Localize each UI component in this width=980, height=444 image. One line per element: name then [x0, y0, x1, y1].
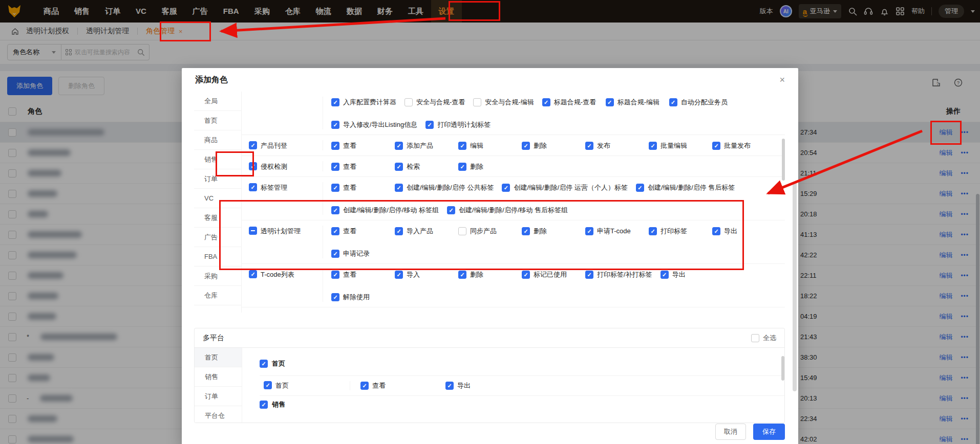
permission-item[interactable]: 打印标签/补打标签 — [585, 270, 652, 279]
permission-checkbox[interactable] — [458, 271, 466, 279]
permission-item[interactable]: 检索 — [395, 162, 450, 171]
permission-item[interactable]: 解除使用 — [331, 293, 387, 302]
permission-checkbox[interactable] — [585, 142, 593, 150]
permission-checkbox[interactable] — [661, 271, 669, 279]
annotation-box-edit-link — [930, 121, 962, 145]
dialog-scrollbar[interactable] — [793, 182, 797, 391]
permission-checkbox[interactable] — [395, 184, 403, 192]
permission-item[interactable]: 自动分配业务员 — [669, 98, 728, 107]
permission-item[interactable]: 查看 — [331, 270, 387, 279]
select-all-toggle[interactable]: 全选 — [751, 334, 776, 343]
perm-menu-首页[interactable]: 首页 — [194, 111, 241, 130]
permission-checkbox[interactable] — [712, 142, 720, 150]
permission-item[interactable]: 导入修改/导出Listing信息 — [331, 120, 417, 129]
annotation-box-sales-menu — [216, 151, 254, 176]
permission-item[interactable]: 批量发布 — [712, 141, 768, 150]
mp-menu-首页[interactable]: 首页 — [195, 348, 242, 367]
group-label: 首页 — [272, 359, 285, 368]
permission-checkbox[interactable] — [445, 382, 454, 390]
permission-checkbox[interactable] — [360, 382, 369, 390]
mp-menu-平台仓[interactable]: 平台仓 — [195, 406, 242, 423]
cancel-button[interactable]: 取消 — [715, 424, 746, 440]
permission-item[interactable]: 安全与合规-编辑 — [473, 98, 534, 107]
permission-checkbox[interactable] — [502, 184, 510, 192]
perm-menu-商品[interactable]: 商品 — [194, 130, 241, 150]
permission-checkbox[interactable] — [606, 98, 614, 106]
permission-label: 导出 — [457, 381, 471, 390]
permission-item[interactable]: 查看 — [360, 381, 437, 390]
module-checkbox[interactable] — [264, 381, 272, 389]
permission-item[interactable]: 导出 — [661, 270, 716, 279]
module-checkbox[interactable] — [249, 183, 257, 191]
permission-item[interactable]: 标记已使用 — [522, 270, 577, 279]
permission-checkbox[interactable] — [395, 163, 403, 171]
permission-item[interactable]: 添加产品 — [395, 141, 450, 150]
module-checkbox[interactable] — [249, 270, 257, 278]
mp-menu-销售[interactable]: 销售 — [195, 367, 242, 387]
permission-list: 查看导入删除标记已使用打印标签/补打标签导出解除使用 — [323, 269, 785, 302]
permission-row: T-code列表查看导入删除标记已使用打印标签/补打标签导出解除使用 — [242, 264, 785, 307]
permission-checkbox[interactable] — [395, 142, 403, 150]
mp-menu-订单[interactable]: 订单 — [195, 387, 242, 406]
permission-checkbox[interactable] — [331, 98, 339, 106]
save-button[interactable]: 保存 — [753, 424, 785, 440]
mp-permission-row: 首页查看导出 — [260, 375, 784, 396]
module-checkbox[interactable] — [249, 141, 257, 149]
permission-checkbox[interactable] — [331, 184, 339, 192]
permission-item[interactable]: 查看 — [331, 162, 387, 171]
permission-checkbox[interactable] — [649, 142, 657, 150]
permission-checkbox[interactable] — [636, 184, 644, 192]
permission-checkbox[interactable] — [331, 121, 339, 129]
permission-checkbox[interactable] — [473, 98, 481, 106]
permission-label: 删除 — [470, 162, 483, 171]
section-scrollbar[interactable] — [781, 356, 784, 381]
permission-item[interactable]: 删除 — [458, 270, 514, 279]
select-all-label: 全选 — [763, 334, 776, 343]
permission-checkbox[interactable] — [458, 163, 466, 171]
permission-checkbox[interactable] — [669, 98, 677, 106]
permission-item[interactable]: 删除 — [522, 141, 577, 150]
section-scrollbar[interactable] — [782, 139, 785, 181]
permission-label: 入库配置费计算器 — [343, 98, 396, 107]
perm-menu-全局[interactable]: 全局 — [194, 92, 241, 111]
permission-checkbox[interactable] — [331, 271, 339, 279]
permission-item[interactable]: 标题合规-查看 — [542, 98, 598, 107]
permission-item[interactable]: 入库配置费计算器 — [331, 98, 396, 107]
permission-checkbox[interactable] — [425, 121, 434, 129]
permission-item[interactable]: 查看 — [331, 141, 387, 150]
select-all-checkbox[interactable] — [751, 334, 759, 342]
permission-item[interactable]: 删除 — [458, 162, 514, 171]
permission-item[interactable]: 导入 — [395, 270, 450, 279]
permission-checkbox[interactable] — [404, 98, 413, 106]
permission-item[interactable]: 标题合规-编辑 — [606, 98, 661, 107]
group-checkbox[interactable] — [260, 401, 268, 409]
permission-item[interactable]: 创建/编辑/删除/启停 运营（个人）标签 — [502, 183, 627, 192]
permission-checkbox[interactable] — [395, 271, 403, 279]
permission-list: 查看添加产品编辑删除发布批量编辑批量发布 — [323, 140, 785, 150]
permission-item[interactable]: 导出 — [445, 381, 522, 390]
permission-item[interactable]: 查看 — [331, 183, 387, 192]
permission-checkbox[interactable] — [331, 142, 339, 150]
permission-item[interactable]: 安全与合规-查看 — [404, 98, 465, 107]
module-cell: 首页 — [260, 381, 350, 390]
permission-item[interactable]: 发布 — [585, 141, 641, 150]
module-label: 标签管理 — [261, 183, 287, 192]
permission-item[interactable]: 创建/编辑/删除/启停 售后标签 — [636, 183, 735, 192]
group-label: 销售 — [272, 400, 285, 409]
group-checkbox[interactable] — [260, 360, 268, 368]
permission-item[interactable]: 打印透明计划标签 — [425, 120, 491, 129]
permission-checkbox[interactable] — [331, 293, 339, 301]
permission-checkbox[interactable] — [458, 142, 466, 150]
permission-checkbox[interactable] — [585, 271, 593, 279]
permission-item[interactable]: 创建/编辑/删除/启停 公共标签 — [395, 183, 494, 192]
permission-checkbox[interactable] — [331, 163, 339, 171]
annotation-box-role-tab — [160, 21, 211, 41]
permission-checkbox[interactable] — [522, 142, 530, 150]
perm-menu-仓库[interactable]: 仓库 — [194, 286, 241, 305]
close-icon[interactable]: × — [779, 75, 785, 85]
permission-checkbox[interactable] — [542, 98, 550, 106]
permission-checkbox[interactable] — [522, 271, 530, 279]
permission-item[interactable]: 编辑 — [458, 141, 514, 150]
permission-item[interactable]: 批量编辑 — [649, 141, 704, 150]
permission-label: 自动分配业务员 — [681, 98, 728, 107]
